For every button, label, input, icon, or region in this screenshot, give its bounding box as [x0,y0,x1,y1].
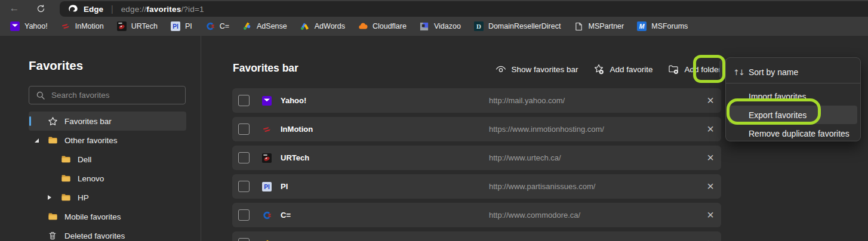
browser-brand: Edge [84,5,103,14]
more-actions-menu: ↑↓ Sort by name Import favorites Export … [725,57,861,141]
row-checkbox[interactable] [238,209,250,221]
star-add-icon [593,64,604,75]
refresh-button[interactable] [33,1,48,16]
favorite-row[interactable]: InMotion https://www.inmotionhosting.com… [232,117,721,141]
row-checkbox[interactable] [238,95,250,106]
favorites-bar-item[interactable]: D DomainResellerDirect [467,18,568,34]
tree-item[interactable]: Dell [42,150,186,169]
browser-toolbar: ← Edge | edge://favorites/?id=1 [0,0,868,17]
favorites-bar-item[interactable]: AdSense [236,18,294,34]
cloudflare-icon [358,21,368,31]
svg-text:D: D [476,23,481,30]
expander-arrow-icon[interactable] [48,195,61,200]
row-checkbox[interactable] [238,238,250,241]
back-button[interactable]: ← [7,1,21,16]
msforums-icon: M [637,21,647,31]
commodore-icon [205,21,215,31]
favorite-name: PI [281,182,288,191]
remove-favorite-button[interactable]: × [707,117,714,141]
commodore-icon [261,211,272,220]
favorite-name: C= [281,211,291,220]
remove-favorite-button[interactable]: × [707,174,714,199]
favorites-list: Yahoo! http://mail.yahoo.com/ × InMotion… [232,88,721,241]
svg-text:PI: PI [264,184,270,190]
menu-item-label: Sort by name [749,67,798,77]
tree-item[interactable]: Mobile favorites [29,207,186,226]
favorites-bar-item[interactable]: M MSForums [630,18,694,34]
tree-item-label: Lenovo [78,174,104,183]
favorite-url: http://www.partisanissues.com/ [489,182,595,191]
favorite-row[interactable]: PI PI http://www.partisanissues.com/ × [232,174,721,199]
tree-item-label: Deleted favorites [64,231,125,240]
search-input[interactable] [51,91,185,100]
tree-item[interactable]: Other favorites [29,131,186,150]
urtech-icon [117,21,127,31]
tree-item[interactable]: HP [42,188,186,207]
remove-favorite-button[interactable]: × [707,231,714,241]
adwords-icon [300,21,310,31]
trash-icon [48,231,64,240]
favorite-row[interactable]: Yahoo! http://mail.yahoo.com/ × [232,88,721,113]
domain-icon: D [474,21,484,31]
page-title: Favorites [29,58,83,73]
folder-icon [48,212,64,221]
favorites-bar-item[interactable]: Vidazoo [413,18,467,34]
svg-text:PI: PI [173,23,178,30]
favorites-bar-item[interactable]: InMotion [54,18,110,34]
favorites-bar-item-label: Yahoo! [24,22,48,30]
folder-icon [61,174,78,183]
favorites-bar-item[interactable]: Yahoo! [4,18,54,34]
menu-item[interactable]: Export favorites [729,106,857,124]
favorite-url: http://www.urtech.ca/ [489,153,561,162]
tree-item-label: Other favorites [64,136,118,145]
tree-item-label: Favorites bar [64,117,112,126]
favorites-bar-item[interactable]: PI PI [164,18,199,34]
menu-item-label: Remove duplicate favorites [749,129,849,138]
favorites-bar-item[interactable]: MSPartner [567,18,630,34]
menu-item-label: Export favorites [749,110,807,120]
remove-favorite-button[interactable]: × [707,88,714,113]
adsense-icon [242,21,252,31]
menu-item[interactable]: Import favorites [726,87,860,106]
favorites-bar-item-label: URTech [131,22,158,30]
expander-arrow-icon[interactable] [35,138,48,143]
favorite-row[interactable]: URTech http://www.urtech.ca/ × [232,146,721,170]
tree-item-label: Dell [78,155,91,164]
toolbar-action-label: Add folder [684,65,721,74]
adsense-icon [261,239,272,241]
urtech-icon [261,153,272,163]
sort-icon: ↑↓ [733,68,749,77]
favorites-bar-item[interactable]: AdWords [294,18,352,34]
folder-tree: Favorites bar Other favorites Dell Lenov… [29,112,186,241]
toolbar-action-button[interactable]: Add folder [668,64,721,74]
search-box[interactable] [29,86,186,104]
favorite-name: Yahoo! [281,96,306,105]
tree-item-label: HP [78,193,89,202]
row-checkbox[interactable] [238,123,250,135]
remove-favorite-button[interactable]: × [707,146,714,170]
favorites-bar-item[interactable]: C= [199,18,236,34]
tree-item[interactable]: Favorites bar [29,112,186,131]
star-icon [48,116,64,126]
row-checkbox[interactable] [238,181,250,192]
favorites-bar-item[interactable]: Cloudflare [352,18,413,34]
row-checkbox[interactable] [238,152,250,163]
remove-favorite-button[interactable]: × [707,203,714,227]
folder-icon [48,136,64,144]
menu-item[interactable]: ↑↓ Sort by name [726,61,860,84]
favorite-row[interactable]: C= http://www.commodore.ca/ × [232,203,721,227]
toolbar-action-label: Add favorite [610,65,652,74]
favorite-url: https://www.inmotionhosting.com/ [489,125,604,134]
address-bar[interactable]: Edge | edge://favorites/?id=1 [60,1,868,17]
favorites-bar-item[interactable]: URTech [110,18,164,34]
favorites-sidebar: Favorites Favorites bar Other favorites [0,36,201,241]
toolbar-action-button[interactable]: Add favorite [593,64,652,75]
inmotion-icon [261,125,272,134]
pi-icon: PI [261,182,272,191]
favorite-row[interactable]: × [232,231,721,241]
toolbar-action-button[interactable]: Show favorites bar [495,65,578,74]
tree-item[interactable]: Lenovo [42,169,186,188]
svg-text:M: M [639,23,645,30]
menu-item[interactable]: Remove duplicate favorites [726,124,860,143]
tree-item[interactable]: Deleted favorites [29,226,186,241]
